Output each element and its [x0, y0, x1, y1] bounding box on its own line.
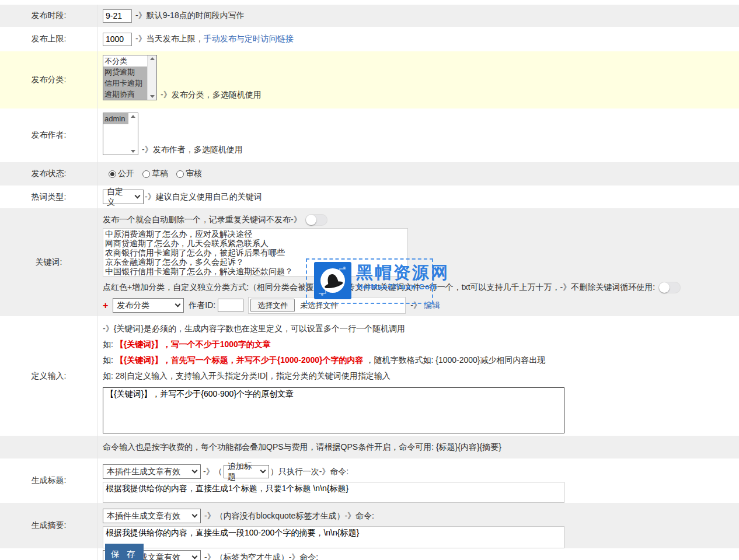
publish-status-row: 发布状态: 公开 草稿 审核: [0, 162, 739, 186]
chevron-down-icon: [192, 512, 198, 518]
keywords-row: 关键词: 发布一个就会自动删除一个，记录重复关键词不发布-》 中原消费逾期了怎么…: [0, 208, 739, 316]
choose-file-button[interactable]: 选择文件: [250, 299, 295, 312]
publish-time-row: 发布时段: -》默认9-18点的时间段内写作: [0, 5, 739, 27]
gen-summary-command-textarea[interactable]: 根据我提供给你的内容，直接生成一段100-200个字的摘要，\n\n{标题}: [103, 526, 564, 548]
publish-status-label: 发布状态:: [0, 162, 98, 186]
auto-delete-toggle[interactable]: [305, 214, 327, 226]
radio-draft-label: 草稿: [152, 169, 168, 179]
keyword-line: 农商银行信用卡逾期了怎么办，被起诉后果有哪些: [105, 248, 406, 257]
scroll-down-icon[interactable]: [131, 150, 135, 153]
hotword-type-label: 热词类型:: [0, 186, 98, 208]
edit-arrow-text: -》: [410, 300, 421, 311]
gen-tag-mid: -》（标签为空才生成）-》命令:: [204, 550, 318, 560]
publish-author-label: 发布作者:: [0, 108, 98, 162]
command-note-label-empty: [0, 436, 98, 459]
radio-review-label: 审核: [186, 169, 202, 179]
gen-title-append-select[interactable]: 追加标题: [224, 465, 269, 478]
gen-summary-mode-value: 本插件生成文章有效: [107, 511, 180, 522]
gen-summary-label: 生成摘要:: [0, 503, 98, 548]
gen-title-append-value: 追加标题: [228, 461, 256, 482]
publish-time-label: 发布时段:: [0, 5, 98, 27]
define-input-hint-1: -》{关键词}是必须的，生成内容字数也在这里定义，可以设置多个一行一个随机调用: [103, 323, 405, 334]
radio-draft[interactable]: [142, 170, 150, 178]
gen-summary-mode-select[interactable]: 本插件生成文章有效: [103, 509, 201, 523]
chevron-down-icon: [135, 193, 141, 199]
publish-category-label: 发布分类:: [0, 51, 98, 108]
keywords-tip-text: 点红色+增加分类，自定义独立分类方式:（相同分类会被覆盖），上传文件txt关键词…: [103, 282, 655, 293]
gen-title-mid-2: ）只执行一次-》命令:: [270, 467, 349, 477]
gen-summary-row: 生成摘要: 本插件生成文章有效 -》（内容没有blockquote标签才生成）-…: [0, 503, 739, 548]
define-input-hint-4: 如: 28|自定义输入，支持输入开头指定分类ID|，指定分类的关键词使用指定输入: [103, 370, 391, 382]
publish-limit-row: 发布上限: -》当天发布上限， 手动发布与定时访问链接: [0, 27, 739, 51]
keywords-label: 关键词:: [0, 208, 98, 316]
gen-tag-label-empty: [0, 548, 98, 560]
author-listbox-scrollbar[interactable]: [128, 113, 138, 155]
publish-category-desc: -》发布分类，多选随机使用: [161, 90, 262, 100]
category-option[interactable]: 不分类: [103, 55, 147, 66]
publish-limit-label: 发布上限:: [0, 27, 98, 51]
keyword-line: 网商贷逾期了怎么办，几天会联系紧急联系人: [105, 239, 406, 248]
red-example-2: 【{关键词}】，首先写一个标题，并写不少于{1000-2000}个字的内容: [116, 355, 364, 365]
command-note-text: 命令输入也是按字收费的，每个功能都会叠加QPS与费用，请根据QPS条件开启，命令…: [103, 442, 501, 453]
author-listbox[interactable]: admin: [103, 113, 138, 155]
manual-publish-link[interactable]: 手动发布与定时访问链接: [204, 34, 294, 44]
toggle-knob-icon: [659, 282, 670, 293]
auto-delete-text: 发布一个就会自动删除一个，记录重复关键词不发布-》: [103, 215, 302, 225]
keyword-line: 中原消费逾期了怎么办，应对及解决途径: [105, 229, 406, 239]
toggle-knob-icon: [306, 215, 316, 225]
category-listbox[interactable]: 不分类 网贷逾期 信用卡逾期 逾期协商: [103, 55, 157, 100]
hotword-type-value: 自定义: [107, 187, 131, 208]
gen-title-label: 生成标题:: [0, 459, 98, 503]
hotword-type-desc: -》建议自定义使用自己的关键词: [145, 192, 262, 202]
publish-author-row: 发布作者: admin -》发布作者，多选随机使用: [0, 108, 739, 162]
keep-keywords-toggle[interactable]: [658, 282, 681, 293]
red-example-1: 【{关键词}】，写一个不少于1000字的文章: [116, 340, 271, 349]
keywords-textarea[interactable]: 中原消费逾期了怎么办，应对及解决途径 网商贷逾期了怎么办，几天会联系紧急联系人 …: [103, 228, 408, 276]
gen-title-mode-value: 本插件生成文章有效: [107, 467, 180, 477]
keyword-line: 中国银行信用卡逾期了怎么办，解决逾期还款问题？: [105, 267, 406, 276]
edit-link[interactable]: 编辑: [424, 300, 440, 311]
author-id-label: 作者ID:: [189, 300, 215, 311]
gen-title-mode-select[interactable]: 本插件生成文章有效: [103, 464, 201, 479]
publish-limit-input[interactable]: [103, 33, 132, 46]
publish-time-desc: -》默认9-18点的时间段内写作: [135, 10, 245, 21]
radio-review[interactable]: [176, 170, 184, 178]
define-input-label: 定义输入:: [0, 316, 98, 436]
command-note-row: 命令输入也是按字收费的，每个功能都会叠加QPS与费用，请根据QPS条件开启，命令…: [0, 436, 739, 459]
category-listbox-scrollbar[interactable]: [147, 55, 156, 100]
radio-public[interactable]: [109, 170, 116, 178]
define-input-textarea[interactable]: 【{关键词}】，并写不少于{600-900}个字的原创文章: [103, 387, 564, 433]
chevron-down-icon: [192, 468, 198, 474]
category-option[interactable]: 信用卡逾期: [103, 78, 147, 89]
define-input-row: 定义输入: -》{关键词}是必须的，生成内容字数也在这里定义，可以设置多个一行一…: [0, 316, 739, 436]
category-option[interactable]: 逾期协商: [103, 89, 147, 100]
category-option[interactable]: 网贷逾期: [103, 66, 147, 78]
author-id-input[interactable]: [218, 299, 243, 312]
hotword-type-select[interactable]: 自定义: [103, 190, 144, 204]
add-category-button[interactable]: +: [103, 300, 108, 311]
scroll-down-icon[interactable]: [150, 95, 155, 98]
publish-author-desc: -》发布作者，多选随机使用: [142, 145, 243, 155]
gen-summary-mid: -》（内容没有blockquote标签才生成）-》命令:: [204, 511, 374, 522]
plugin-settings-form: 发布时段: -》默认9-18点的时间段内写作 发布上限: -》当天发布上限， 手…: [0, 0, 739, 560]
gen-title-command-textarea[interactable]: 根据我提供给你的内容，直接生成1个标题，只要1个标题 \n\n{标题}: [103, 482, 564, 503]
radio-dot: [110, 172, 114, 176]
publish-time-input[interactable]: [103, 9, 132, 23]
hotword-type-row: 热词类型: 自定义 -》建议自定义使用自己的关键词: [0, 186, 739, 208]
scroll-up-icon[interactable]: [131, 115, 135, 118]
chevron-down-icon: [192, 554, 198, 559]
scroll-up-icon[interactable]: [150, 57, 155, 60]
publish-category-row: 发布分类: 不分类 网贷逾期 信用卡逾期 逾期协商 -》发布分类，多选随机使用: [0, 51, 739, 108]
top-spacer: [0, 0, 739, 5]
gen-title-row: 生成标题: 本插件生成文章有效 -》（ 追加标题 ）只执行一次-》命令: 根据我…: [0, 459, 739, 503]
keyword-category-select[interactable]: 发布分类: [113, 298, 184, 313]
chevron-down-icon: [175, 302, 181, 307]
keyword-line: 京东金融逾期了怎么办，多久会起诉？: [105, 257, 406, 267]
author-option[interactable]: admin: [103, 113, 128, 124]
keyword-category-value: 发布分类: [117, 300, 149, 311]
gen-title-mid-1: -》（: [203, 467, 222, 477]
publish-limit-desc: -》当天发布上限，: [135, 34, 204, 44]
chevron-down-icon: [260, 468, 266, 474]
save-button[interactable]: 保 存: [105, 544, 144, 560]
define-input-hint-2: 如: 【{关键词}】，写一个不少于1000字的文章: [103, 339, 271, 350]
